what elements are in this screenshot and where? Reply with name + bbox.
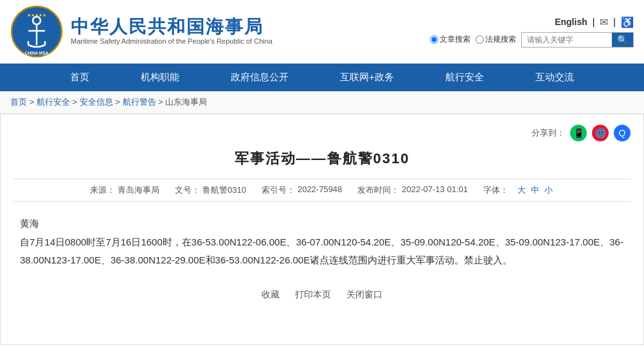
header-right-panel: English | ✉ | ♿ 文章搜索 法规搜索 🔍 xyxy=(430,16,634,48)
font-large[interactable]: 大 xyxy=(517,184,526,196)
nav-item-internet[interactable]: 互联网+政务 xyxy=(314,64,420,91)
svg-text:★★★★★: ★★★★★ xyxy=(27,13,46,17)
font-size-control: 大 中 小 xyxy=(516,184,554,196)
breadcrumb-notice[interactable]: 航行警告 xyxy=(123,97,156,107)
site-title-en: Maritime Safety Administration of the Pe… xyxy=(71,37,273,45)
nav-item-org[interactable]: 机构职能 xyxy=(115,64,205,91)
share-weibo[interactable]: 🌐 xyxy=(592,125,609,141)
font-medium[interactable]: 中 xyxy=(531,184,539,196)
search-button[interactable]: 🔍 xyxy=(612,33,633,47)
breadcrumb-current: 山东海事局 xyxy=(165,97,207,107)
search-input[interactable] xyxy=(522,33,612,47)
share-wechat[interactable]: 📱 xyxy=(570,125,587,141)
article-body-line1: 黄海 xyxy=(20,215,624,233)
footer-close[interactable]: 关闭窗口 xyxy=(346,289,382,299)
nav-item-home[interactable]: 首页 xyxy=(44,64,115,91)
footer-bookmark[interactable]: 收藏 xyxy=(262,289,280,299)
share-label: 分享到： xyxy=(532,127,565,139)
svg-text:CHINA MSA: CHINA MSA xyxy=(25,51,49,55)
breadcrumb-sep-4: > xyxy=(158,97,165,107)
font-small[interactable]: 小 xyxy=(544,184,553,196)
logo-text-area: 中华人民共和国海事局 Maritime Safety Administratio… xyxy=(71,18,273,45)
radio-law[interactable]: 法规搜索 xyxy=(476,34,516,45)
radio-article[interactable]: 文章搜索 xyxy=(430,34,470,45)
meta-index: 索引号： 2022-75948 xyxy=(262,184,342,196)
article-body-line2: 自7月14日0800时至7月16日1600时，在36-53.00N122-06.… xyxy=(20,233,624,270)
header-top-links: English | ✉ | ♿ xyxy=(555,16,634,28)
header-icon-accessibility[interactable]: ♿ xyxy=(621,16,634,28)
breadcrumb-safety[interactable]: 航行安全 xyxy=(37,97,70,107)
breadcrumb-info[interactable]: 安全信息 xyxy=(80,97,113,107)
meta-docno: 文号： 鲁航警0310 xyxy=(175,184,246,196)
meta-font-control: 字体： 大 中 小 xyxy=(483,184,554,196)
page-header: ★★★★★ CHINA MSA 中华人民共和国海事局 Maritime Safe… xyxy=(0,0,644,64)
breadcrumb: 首页 > 航行安全 > 安全信息 > 航行警告 > 山东海事局 xyxy=(0,91,644,114)
nav-item-safety[interactable]: 航行安全 xyxy=(420,64,510,91)
share-qzone[interactable]: Q xyxy=(614,125,631,141)
article-title: 军事活动——鲁航警0310 xyxy=(13,149,631,168)
footer-print[interactable]: 打印本页 xyxy=(295,289,331,299)
search-area: 文章搜索 法规搜索 🔍 xyxy=(430,32,634,48)
search-radio-group: 文章搜索 法规搜索 xyxy=(430,34,516,45)
article-footer: 收藏 打印本页 关闭窗口 xyxy=(13,289,631,301)
article-meta: 来源： 青岛海事局 文号： 鲁航警0310 索引号： 2022-75948 发布… xyxy=(13,179,631,202)
logo-image: ★★★★★ CHINA MSA xyxy=(10,5,63,58)
breadcrumb-home[interactable]: 首页 xyxy=(10,97,27,107)
article-body: 黄海 自7月14日0800时至7月16日1600时，在36-53.00N122-… xyxy=(13,215,631,270)
meta-source: 来源： 青岛海事局 xyxy=(90,184,159,196)
divider-2: | xyxy=(613,17,616,27)
main-content: 分享到： 📱 🌐 Q 军事活动——鲁航警0310 来源： 青岛海事局 文号： 鲁… xyxy=(0,114,644,345)
english-link[interactable]: English xyxy=(555,17,587,27)
nav-item-interactive[interactable]: 互动交流 xyxy=(510,64,600,91)
logo-area: ★★★★★ CHINA MSA 中华人民共和国海事局 Maritime Safe… xyxy=(10,5,273,58)
share-area: 分享到： 📱 🌐 Q xyxy=(13,125,631,141)
breadcrumb-sep-3: > xyxy=(115,97,122,107)
site-title-cn: 中华人民共和国海事局 xyxy=(71,18,273,36)
breadcrumb-sep-1: > xyxy=(30,97,37,107)
search-box: 🔍 xyxy=(521,32,634,48)
nav-item-gov[interactable]: 政府信息公开 xyxy=(205,64,314,91)
divider-1: | xyxy=(593,17,595,27)
meta-publish-time: 发布时间： 2022-07-13 01:01 xyxy=(357,184,468,196)
header-icon-email[interactable]: ✉ xyxy=(600,16,608,28)
breadcrumb-sep-2: > xyxy=(72,97,79,107)
main-nav: 首页 机构职能 政府信息公开 互联网+政务 航行安全 互动交流 xyxy=(0,64,644,91)
